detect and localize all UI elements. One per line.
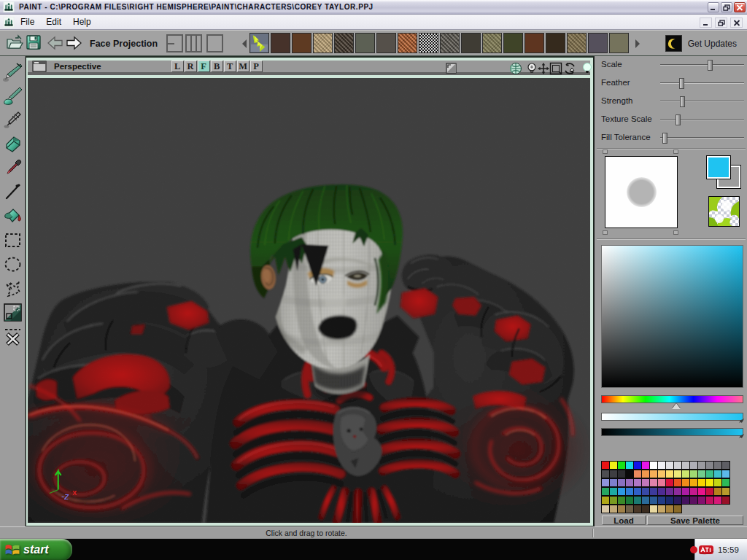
ati-tray-icon[interactable] xyxy=(698,544,714,556)
tool-select-rectangle-icon xyxy=(3,230,23,250)
pan-icon[interactable] xyxy=(537,62,550,75)
texture-thumbnail-texture[interactable] xyxy=(355,33,375,53)
texture-thumbnail-texture[interactable] xyxy=(292,33,311,53)
menu-file[interactable]: File xyxy=(15,15,40,29)
view-button-R[interactable]: R xyxy=(185,61,197,72)
palette-color[interactable] xyxy=(721,470,730,478)
slider-track[interactable] xyxy=(660,82,744,84)
layout-columns-button[interactable] xyxy=(185,34,202,52)
texture-thumbnail-texture[interactable] xyxy=(609,33,629,53)
tool-fill[interactable] xyxy=(3,206,23,226)
texture-thumbnail-texture[interactable] xyxy=(313,33,333,53)
load-palette-button[interactable]: Load xyxy=(602,516,646,525)
texture-thumbnail-texture[interactable] xyxy=(334,33,354,53)
open-button[interactable] xyxy=(6,34,23,50)
value-bar[interactable] xyxy=(601,428,743,436)
menu-help[interactable]: Help xyxy=(67,15,97,29)
hue-marker[interactable] xyxy=(672,403,681,409)
slider-thumb[interactable] xyxy=(679,78,684,89)
texture-thumbnail-texture[interactable] xyxy=(546,33,565,53)
splitter-handle[interactable] xyxy=(603,230,608,235)
slider-row-strength: Strength xyxy=(595,96,747,107)
palette-color[interactable] xyxy=(721,478,730,487)
texture-thumbnail-texture[interactable] xyxy=(376,33,396,53)
redo-button[interactable] xyxy=(65,36,82,50)
tool-deselect[interactable] xyxy=(3,327,23,346)
layout-split-button[interactable] xyxy=(166,34,183,52)
restore-button[interactable] xyxy=(721,2,732,12)
tool-eraser[interactable] xyxy=(3,134,23,154)
slider-thumb[interactable] xyxy=(662,133,667,144)
save-button[interactable] xyxy=(25,34,42,50)
saturation-bar[interactable] xyxy=(601,413,743,421)
tool-pen[interactable] xyxy=(3,110,23,130)
texture-thumbnail-texture[interactable] xyxy=(588,33,608,53)
texture-thumbnail-lightning-decal[interactable] xyxy=(249,33,269,53)
light-on-icon[interactable] xyxy=(581,62,594,75)
texture-thumbnail-texture[interactable] xyxy=(567,33,587,53)
foreground-color-swatch[interactable] xyxy=(707,156,730,179)
slider-track[interactable] xyxy=(660,119,744,120)
slider-thumb[interactable] xyxy=(676,114,681,125)
texture-thumbnail-texture[interactable] xyxy=(271,33,290,53)
window-titlebar[interactable]: PAINT - C:\PROGRAM FILES\RIGHT HEMISPHER… xyxy=(0,0,747,15)
tool-select-lasso[interactable] xyxy=(3,279,23,298)
hue-bar[interactable] xyxy=(601,395,743,403)
splitter-handle[interactable] xyxy=(673,230,678,235)
texture-thumbnail-texture[interactable] xyxy=(398,33,417,53)
zoom-region-icon[interactable] xyxy=(549,62,562,75)
taskbar-clock[interactable]: 15:59 xyxy=(718,545,739,554)
slider-track[interactable] xyxy=(660,101,744,102)
texture-thumbnail-texture[interactable] xyxy=(440,33,460,53)
palette-color[interactable] xyxy=(721,461,730,470)
saturation-marker-icon[interactable] xyxy=(738,418,745,424)
view-button-P[interactable]: P xyxy=(250,61,263,72)
get-updates-button[interactable]: Get Updates xyxy=(665,34,737,53)
tool-eyedropper[interactable] xyxy=(3,158,23,178)
texture-thumbnail-texture[interactable] xyxy=(419,33,438,53)
tool-paintbrush[interactable] xyxy=(3,86,23,106)
slider-track[interactable] xyxy=(660,64,744,66)
undo-button[interactable] xyxy=(47,36,64,50)
tool-airbrush[interactable] xyxy=(3,62,23,82)
slider-thumb[interactable] xyxy=(708,60,713,71)
view-button-L[interactable]: L xyxy=(171,61,184,72)
tool-line[interactable] xyxy=(3,182,23,202)
menu-edit[interactable]: Edit xyxy=(40,15,67,29)
textured-sphere-icon[interactable] xyxy=(509,62,522,75)
texture-thumbnail-texture[interactable] xyxy=(503,33,523,53)
mdi-restore-button[interactable] xyxy=(715,18,727,28)
view-button-T[interactable]: T xyxy=(224,61,236,72)
viewport-canvas[interactable]: -z x xyxy=(28,78,590,523)
saturation-value-picker[interactable] xyxy=(601,245,743,388)
close-button[interactable] xyxy=(734,2,746,12)
tool-select-rectangle[interactable] xyxy=(3,230,23,250)
texture-scroll-left-button[interactable] xyxy=(239,36,249,51)
minimize-button[interactable] xyxy=(708,2,719,12)
slider-track[interactable] xyxy=(660,137,744,139)
layout-single-button[interactable] xyxy=(206,34,223,52)
start-button[interactable]: start xyxy=(0,539,72,560)
texture-thumbnail-texture[interactable] xyxy=(482,33,502,53)
view-button-F[interactable]: F xyxy=(198,61,210,72)
save-palette-button[interactable]: Save Palette xyxy=(647,516,743,525)
mdi-close-button[interactable] xyxy=(730,18,743,28)
texture-swatch[interactable] xyxy=(708,196,740,227)
value-marker-icon[interactable] xyxy=(738,433,745,440)
view-button-B[interactable]: B xyxy=(211,61,223,72)
texture-scroll-right-button[interactable] xyxy=(632,36,642,51)
splitter-handle[interactable] xyxy=(673,149,678,154)
splitter-handle[interactable] xyxy=(603,149,608,154)
tool-select-texture[interactable] xyxy=(3,303,23,322)
palette-color[interactable] xyxy=(673,505,682,513)
slider-thumb[interactable] xyxy=(680,96,685,107)
texture-thumbnail-texture[interactable] xyxy=(525,33,544,53)
palette-color[interactable] xyxy=(721,496,730,505)
maximize-view-icon[interactable] xyxy=(445,62,458,75)
tool-select-ellipse[interactable] xyxy=(3,254,23,274)
texture-thumbnail-texture[interactable] xyxy=(461,33,481,53)
view-button-M[interactable]: M xyxy=(237,61,249,72)
rotate-view-icon[interactable] xyxy=(563,62,576,75)
palette-color[interactable] xyxy=(721,487,730,496)
mdi-minimize-button[interactable] xyxy=(700,18,712,28)
